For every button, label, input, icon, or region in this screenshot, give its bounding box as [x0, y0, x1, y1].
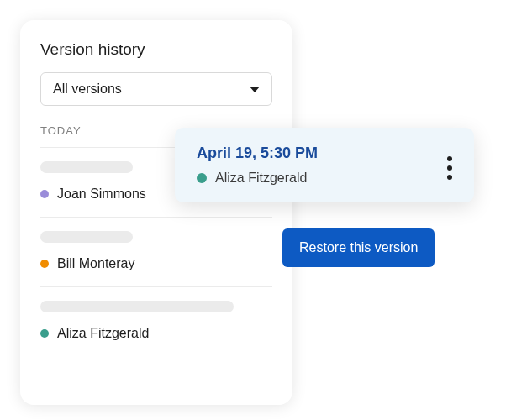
version-title-placeholder: [40, 231, 133, 243]
version-item[interactable]: Aliza Fitzgerald: [40, 286, 272, 356]
restore-version-button[interactable]: Restore this version: [282, 228, 435, 267]
user-color-dot: [40, 329, 49, 338]
user-name: Aliza Fitzgerald: [57, 326, 149, 341]
panel-title: Version history: [40, 40, 272, 59]
chevron-down-icon: [250, 87, 260, 92]
more-options-icon[interactable]: [444, 151, 456, 185]
user-name: Aliza Fitzgerald: [215, 171, 307, 186]
version-title-placeholder: [40, 161, 133, 173]
selected-version-card: April 19, 5:30 PM Aliza Fitzgerald: [175, 128, 474, 202]
version-filter-dropdown[interactable]: All versions: [40, 72, 272, 106]
user-name: Joan Simmons: [57, 186, 146, 202]
version-item[interactable]: Bill Monteray: [40, 217, 272, 286]
filter-label: All versions: [53, 81, 122, 97]
user-color-dot: [197, 173, 207, 183]
version-timestamp: April 19, 5:30 PM: [197, 144, 318, 162]
user-name: Bill Monteray: [57, 256, 134, 271]
version-history-panel: Version history All versions TODAY Joan …: [20, 20, 292, 405]
user-color-dot: [40, 190, 49, 198]
user-color-dot: [40, 260, 49, 268]
version-title-placeholder: [40, 301, 234, 312]
